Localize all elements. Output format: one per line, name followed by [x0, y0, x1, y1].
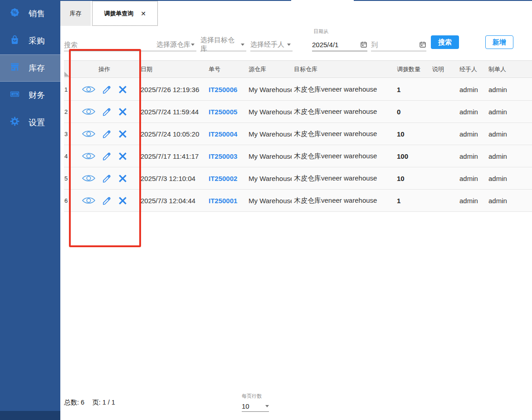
top-border-segment — [354, 0, 532, 1]
sidebar-item-settings[interactable]: 设置 — [0, 109, 60, 136]
cell-target-warehouse: 木皮仓库veneer warehouse — [292, 167, 395, 189]
main-content: 库存 调拨单查询 ✕ 选择源仓库 选择目标仓库 选择经手人 日期从 — [60, 0, 532, 420]
search-button[interactable]: 搜索 — [431, 35, 459, 49]
row-number: 4 — [64, 145, 70, 167]
calendar-icon[interactable] — [360, 41, 367, 48]
sidebar-item-finance[interactable]: 100 财务 — [0, 82, 60, 109]
edit-pencil-icon[interactable] — [102, 151, 112, 161]
cell-date: 2025/7/24 10:05:20 — [138, 123, 206, 145]
date-from-label: 日期从 — [313, 28, 328, 35]
delete-x-icon[interactable] — [118, 174, 127, 183]
sidebar-item-label: 销售 — [29, 8, 45, 19]
view-eye-icon[interactable] — [82, 129, 96, 139]
cell-date: 2025/7/24 11:59:44 — [138, 101, 206, 122]
row-number: 1 — [64, 78, 70, 100]
edit-pencil-icon[interactable] — [102, 129, 112, 139]
edit-pencil-icon[interactable] — [102, 195, 112, 206]
chevron-down-icon — [191, 44, 195, 46]
chevron-down-icon — [265, 405, 269, 407]
pagination-summary: 总数: 6 页: 1 / 1 — [64, 398, 115, 407]
cell-order-no[interactable]: IT250002 — [206, 167, 246, 189]
edit-pencil-icon[interactable] — [102, 84, 112, 95]
storefront-icon — [10, 62, 20, 74]
row-number: 5 — [64, 167, 70, 189]
delete-x-icon[interactable] — [118, 196, 127, 205]
view-eye-icon[interactable] — [82, 107, 96, 117]
column-header-ops: 操作 — [70, 61, 138, 78]
cell-order-no[interactable]: IT250006 — [206, 78, 246, 100]
cell-creator: admin — [486, 123, 532, 145]
cell-qty: 100 — [395, 145, 430, 167]
cell-order-no[interactable]: IT250005 — [206, 101, 246, 122]
rows-per-page-value: 10 — [242, 402, 249, 410]
delete-x-icon[interactable] — [118, 107, 127, 117]
close-icon[interactable]: ✕ — [141, 10, 146, 17]
handler-select[interactable]: 选择经手人 — [250, 38, 293, 51]
cell-handler: admin — [457, 167, 486, 189]
row-number: 6 — [64, 190, 70, 211]
select-placeholder: 选择源仓库 — [156, 40, 190, 49]
select-placeholder: 选择目标仓库 — [200, 36, 241, 53]
date-from-field — [312, 38, 367, 51]
sidebar-bottom-strip — [0, 411, 60, 420]
search-input[interactable] — [64, 41, 156, 49]
tab-transfer-order-query[interactable]: 调拨单查询 ✕ — [92, 1, 158, 26]
cell-handler: admin — [457, 101, 486, 122]
delete-x-icon[interactable] — [118, 151, 127, 161]
view-eye-icon[interactable] — [82, 195, 96, 205]
sidebar: % 销售 采购 库存 100 财务 设置 — [0, 0, 60, 420]
total-count-label: 总数: 6 — [64, 398, 84, 407]
date-from-input[interactable] — [312, 41, 360, 49]
svg-text:%: % — [13, 10, 17, 15]
corner-triangle-icon[interactable] — [64, 72, 69, 77]
cell-date: 2025/7/3 12:04:44 — [138, 190, 206, 211]
sidebar-item-label: 设置 — [29, 117, 45, 128]
tab-inventory[interactable]: 库存 — [60, 1, 91, 26]
target-warehouse-select[interactable]: 选择目标仓库 — [200, 38, 246, 51]
column-header-creator: 制单人 — [486, 61, 532, 78]
cell-handler: admin — [457, 145, 486, 167]
calendar-icon[interactable] — [419, 41, 426, 48]
sidebar-item-sales[interactable]: % 销售 — [0, 0, 60, 27]
row-actions — [70, 78, 138, 100]
cell-qty: 10 — [395, 123, 430, 145]
cell-handler: admin — [457, 78, 486, 100]
cell-qty: 1 — [395, 190, 430, 211]
view-eye-icon[interactable] — [82, 173, 96, 183]
cell-creator: admin — [486, 145, 532, 167]
select-placeholder: 选择经手人 — [250, 40, 284, 49]
sidebar-item-label: 采购 — [29, 35, 45, 46]
cell-qty: 1 — [395, 78, 430, 100]
discount-badge-icon: % — [10, 7, 20, 20]
cell-note — [430, 78, 457, 100]
source-warehouse-select[interactable]: 选择源仓库 — [156, 38, 196, 51]
sidebar-item-purchase[interactable]: 采购 — [0, 27, 60, 54]
column-header-qty: 调拨数量 — [395, 61, 430, 78]
cell-date: 2025/7/3 12:10:04 — [138, 167, 206, 189]
sidebar-item-inventory[interactable]: 库存 — [0, 54, 60, 82]
row-actions — [70, 123, 138, 145]
column-header-note: 说明 — [430, 61, 457, 78]
edit-pencil-icon[interactable] — [102, 107, 112, 117]
delete-x-icon[interactable] — [118, 129, 127, 139]
cell-order-no[interactable]: IT250003 — [206, 145, 246, 167]
table-row: 3 2025/7/24 10:05:20 IT250004 My Warehou… — [64, 123, 532, 145]
cell-order-no[interactable]: IT250001 — [206, 190, 246, 211]
cell-order-no[interactable]: IT250004 — [206, 123, 246, 145]
date-to-input[interactable] — [371, 41, 419, 49]
app-window: % 销售 采购 库存 100 财务 设置 — [0, 0, 532, 420]
cell-creator: admin — [486, 101, 532, 122]
sidebar-item-label: 财务 — [29, 90, 45, 101]
delete-x-icon[interactable] — [118, 85, 127, 94]
rows-per-page-select[interactable]: 10 — [242, 401, 269, 412]
tab-bar: 库存 调拨单查询 ✕ — [60, 1, 158, 26]
view-eye-icon[interactable] — [82, 151, 96, 161]
view-eye-icon[interactable] — [82, 84, 96, 94]
table-row: 4 2025/7/17 11:41:17 IT250003 My Warehou… — [64, 145, 532, 167]
tab-label: 调拨单查询 — [104, 10, 133, 18]
edit-pencil-icon[interactable] — [102, 173, 112, 184]
cell-note — [430, 101, 457, 122]
row-actions — [70, 190, 138, 211]
row-actions — [70, 101, 138, 122]
add-button[interactable]: 新增 — [485, 35, 513, 49]
